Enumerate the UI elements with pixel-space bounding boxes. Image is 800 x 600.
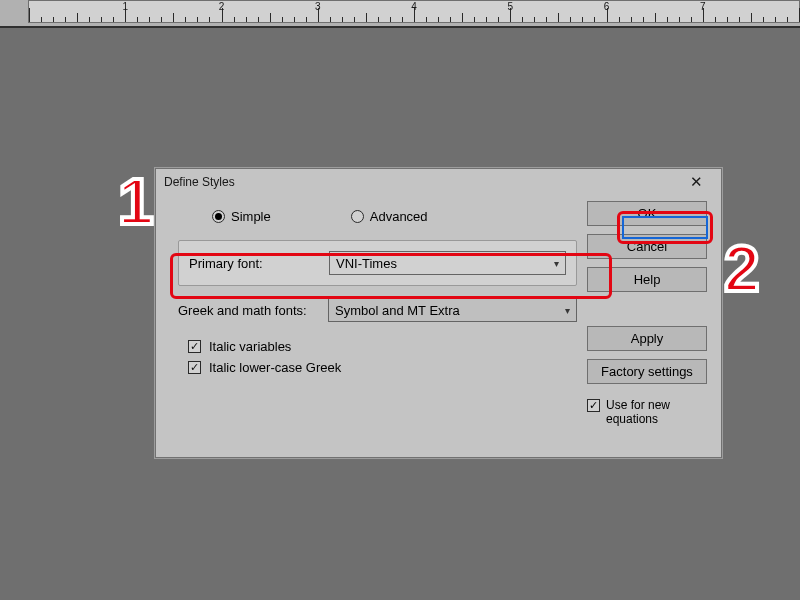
- apply-button[interactable]: Apply: [587, 326, 707, 351]
- ruler-number: 6: [604, 1, 610, 12]
- step-one-badge: 1: [118, 170, 154, 234]
- factory-settings-button[interactable]: Factory settings: [587, 359, 707, 384]
- radio-advanced[interactable]: Advanced: [351, 209, 428, 224]
- check-italic-variables-label: Italic variables: [209, 339, 291, 354]
- primary-font-label: Primary font:: [189, 256, 329, 271]
- ok-button-label: OK: [638, 206, 657, 221]
- chevron-down-icon: ▾: [565, 305, 570, 316]
- define-styles-dialog: Define Styles ✕ Simple Advanced Primary …: [155, 168, 722, 458]
- ruler-number: 1: [122, 1, 128, 12]
- check-italic-greek[interactable]: Italic lower-case Greek: [178, 357, 577, 378]
- close-icon: ✕: [690, 173, 703, 191]
- greek-font-value: Symbol and MT Extra: [335, 303, 460, 318]
- radio-simple[interactable]: Simple: [212, 209, 271, 224]
- ruler-number: 2: [219, 1, 225, 12]
- close-button[interactable]: ✕: [677, 171, 715, 193]
- ruler-number: 5: [507, 1, 513, 12]
- greek-font-label: Greek and math fonts:: [178, 303, 328, 318]
- dialog-titlebar: Define Styles ✕: [156, 169, 721, 195]
- step-two-badge: 2: [724, 237, 760, 301]
- radio-dot-icon: [212, 210, 225, 223]
- primary-font-select[interactable]: VNI-Times ▾: [329, 251, 566, 275]
- checkbox-icon: [188, 340, 201, 353]
- chevron-down-icon: ▾: [554, 258, 559, 269]
- help-button-label: Help: [634, 272, 661, 287]
- primary-font-row: Primary font: VNI-Times ▾: [178, 240, 577, 286]
- ruler: 1234567: [28, 0, 800, 23]
- ruler-number: 7: [700, 1, 706, 12]
- apply-button-label: Apply: [631, 331, 664, 346]
- factory-settings-label: Factory settings: [601, 364, 693, 379]
- radio-simple-label: Simple: [231, 209, 271, 224]
- checkbox-icon: [587, 399, 600, 412]
- radio-advanced-label: Advanced: [370, 209, 428, 224]
- help-button[interactable]: Help: [587, 267, 707, 292]
- ruler-number: 3: [315, 1, 321, 12]
- mode-radio-group: Simple Advanced: [178, 201, 577, 240]
- greek-font-row: Greek and math fonts: Symbol and MT Extr…: [178, 298, 577, 322]
- ruler-number: 4: [411, 1, 417, 12]
- check-use-for-new-label: Use for new equations: [606, 398, 698, 427]
- greek-font-select[interactable]: Symbol and MT Extra ▾: [328, 298, 577, 322]
- cancel-button[interactable]: Cancel: [587, 234, 707, 259]
- checkbox-icon: [188, 361, 201, 374]
- dialog-title: Define Styles: [164, 175, 677, 189]
- check-italic-variables[interactable]: Italic variables: [178, 336, 577, 357]
- cancel-button-label: Cancel: [627, 239, 667, 254]
- ruler-area: 1234567: [0, 0, 800, 28]
- ok-button[interactable]: OK: [587, 201, 707, 226]
- check-italic-greek-label: Italic lower-case Greek: [209, 360, 341, 375]
- radio-dot-icon: [351, 210, 364, 223]
- check-use-for-new[interactable]: Use for new equations: [587, 398, 707, 427]
- primary-font-value: VNI-Times: [336, 256, 397, 271]
